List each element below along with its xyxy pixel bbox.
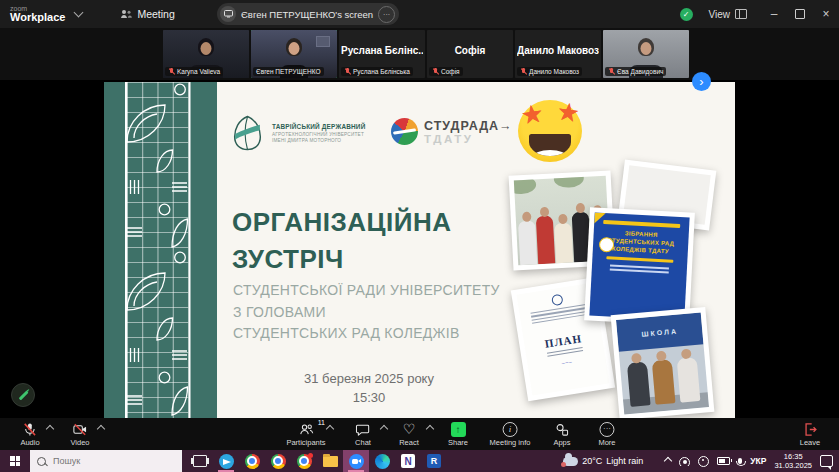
participants-label: Participants — [286, 438, 325, 447]
more-label: More — [598, 438, 615, 447]
participant-tile-danylo[interactable]: Данило Маковоз Данило Маковоз — [515, 30, 601, 78]
mic-muted-icon — [168, 68, 175, 75]
maximize-icon — [795, 9, 805, 19]
shared-screen-pill[interactable]: Євген ПЕТРУЩЕНКО's screen ··· — [217, 3, 399, 25]
apps-button[interactable]: Apps — [553, 421, 570, 447]
tray-app-icon[interactable] — [698, 456, 709, 467]
view-button[interactable]: View — [709, 9, 748, 20]
wifi-icon[interactable] — [679, 457, 690, 466]
annotate-button[interactable] — [11, 383, 35, 407]
mic-muted-icon — [432, 68, 439, 75]
taskbar-clock[interactable]: 16:35 31.03.2025 — [774, 452, 812, 470]
leave-icon — [803, 421, 818, 437]
taskbar-app-r[interactable]: R — [421, 450, 447, 472]
r-app-icon: R — [427, 454, 441, 468]
brand-workplace: Workplace — [10, 12, 65, 23]
participant-name: Karyna Valieva — [177, 68, 220, 75]
start-button[interactable] — [0, 450, 30, 472]
telegram-icon — [219, 454, 234, 469]
meeting-info-button[interactable]: i Meeting info — [490, 421, 531, 447]
action-center-icon[interactable] — [820, 455, 833, 467]
meeting-info-label: Meeting info — [490, 438, 531, 447]
audio-label: Audio — [20, 438, 39, 447]
audio-options-caret[interactable] — [46, 425, 54, 433]
taskbar-search[interactable] — [30, 450, 182, 472]
window-maximize-button[interactable] — [787, 0, 813, 28]
weather-cloud-icon — [563, 457, 578, 466]
next-participants-button[interactable]: › — [692, 72, 711, 91]
chat-options-caret[interactable] — [380, 425, 388, 433]
window-minimize-button[interactable]: – — [761, 0, 787, 28]
participants-count-badge: 11 — [318, 419, 325, 426]
participant-display-name: Данило Маковоз — [517, 45, 599, 56]
taskbar-app-telegram[interactable] — [213, 450, 239, 472]
tray-mic-icon[interactable] — [738, 458, 742, 464]
participant-display-name: Руслана Бєлінс... — [341, 45, 423, 56]
participant-name-tag: Данило Маковоз — [517, 67, 582, 76]
chrome-icon — [271, 454, 286, 469]
video-button[interactable]: Video — [70, 421, 89, 447]
window-close-button[interactable]: × — [813, 0, 839, 28]
taskbar-app-onenote[interactable]: N — [395, 450, 421, 472]
participant-tile-yevhen[interactable]: Євген ПЕТРУЩЕНКО — [251, 30, 337, 78]
slide-subtitle-line3: СТУДЕНТСЬКИХ РАД КОЛЕДЖІВ — [233, 323, 500, 345]
audio-button[interactable]: Audio — [20, 421, 39, 447]
share-label: Share — [448, 438, 468, 447]
participant-name: Єва Давидович — [617, 68, 663, 75]
video-options-caret[interactable] — [97, 425, 105, 433]
participant-tile-ruslana[interactable]: Руслана Бєлінс... Руслана Бєлінська — [339, 30, 425, 78]
shared-screen-stage: ТАВРІЙСЬКИЙ ДЕРЖАВНИЙ АГРОТЕХНОЛОГІЧНИЙ … — [0, 80, 839, 418]
participant-name-tag: Єва Давидович — [605, 67, 666, 76]
participants-button[interactable]: 11 Participants — [286, 421, 325, 447]
screen-share-icon — [220, 6, 236, 22]
participants-options-caret[interactable] — [326, 425, 334, 433]
task-view-icon[interactable] — [193, 455, 207, 467]
titlebar: zoom Workplace Meeting Євген ПЕТРУЩЕНКО'… — [0, 0, 839, 28]
chevron-down-icon[interactable] — [74, 8, 84, 18]
react-label: React — [399, 438, 419, 447]
taskbar-weather[interactable]: 20°C Light rain — [563, 456, 643, 466]
participant-tile-yeva[interactable]: Єва Давидович — [603, 30, 689, 78]
react-options-caret[interactable] — [426, 425, 434, 433]
slide-subtitle: СТУДЕНТСЬКОЇ РАДИ УНІВЕРСИТЕТУ З ГОЛОВАМ… — [233, 280, 500, 345]
collage-photo-poster: ЗІБРАННЯ СТУДЕНТСЬКИХ РАД КОЛЕДЖІВ ТДАТУ — [584, 207, 695, 325]
slide-subtitle-line1: СТУДЕНТСЬКОЇ РАДИ УНІВЕРСИТЕТУ — [233, 280, 500, 302]
zoom-app-icon — [349, 454, 364, 469]
taskbar-app-chrome-2[interactable] — [265, 450, 291, 472]
view-label: View — [709, 9, 731, 20]
plan-emblem — [551, 294, 564, 307]
participant-tile-sofia[interactable]: Софія Софія — [427, 30, 513, 78]
heart-icon: ♡ — [403, 421, 416, 437]
slide-title-line2: ЗУСТРІЧ — [232, 241, 451, 278]
battery-icon[interactable] — [717, 457, 730, 465]
participant-display-name: Софія — [429, 45, 511, 56]
taskbar-app-chrome-3[interactable] — [291, 450, 317, 472]
leave-button[interactable]: Leave — [800, 421, 820, 447]
chrome-icon — [297, 454, 312, 469]
star-eye-icon: ★ — [519, 101, 545, 129]
pill-more-icon[interactable]: ··· — [378, 6, 395, 23]
react-button[interactable]: ♡ React — [399, 421, 419, 447]
slide-title-line1: ОРГАНІЗАЦІЙНА — [232, 204, 451, 241]
taskbar-app-chrome-1[interactable] — [239, 450, 265, 472]
taskbar-app-zoom[interactable] — [343, 450, 369, 472]
slide-datetime: 31 березня 2025 року 15:30 — [254, 369, 484, 407]
university-logo: ТАВРІЙСЬКИЙ ДЕРЖАВНИЙ АГРОТЕХНОЛОГІЧНИЙ … — [231, 114, 365, 152]
tray-expand-caret[interactable] — [664, 457, 672, 465]
studrada-logo-icon — [391, 118, 418, 145]
taskbar-app-edge[interactable] — [369, 450, 395, 472]
clock-time: 16:35 — [774, 452, 812, 461]
participant-tile-karyna[interactable]: Karyna Valieva — [163, 30, 249, 78]
share-button[interactable]: ↑ Share — [448, 421, 468, 447]
chat-button[interactable]: Chat — [355, 421, 371, 447]
search-input[interactable] — [51, 455, 163, 467]
slide-date: 31 березня 2025 року — [254, 369, 484, 388]
apps-label: Apps — [553, 438, 570, 447]
onenote-icon: N — [401, 454, 415, 468]
language-indicator[interactable]: УКР — [750, 456, 766, 466]
taskbar-app-explorer[interactable] — [317, 450, 343, 472]
tab-meeting[interactable]: Meeting — [120, 8, 174, 20]
participant-name: Євген ПЕТРУЩЕНКО — [256, 68, 321, 75]
security-shield-icon[interactable]: ✓ — [680, 8, 693, 21]
more-button[interactable]: ··· More — [598, 421, 615, 447]
